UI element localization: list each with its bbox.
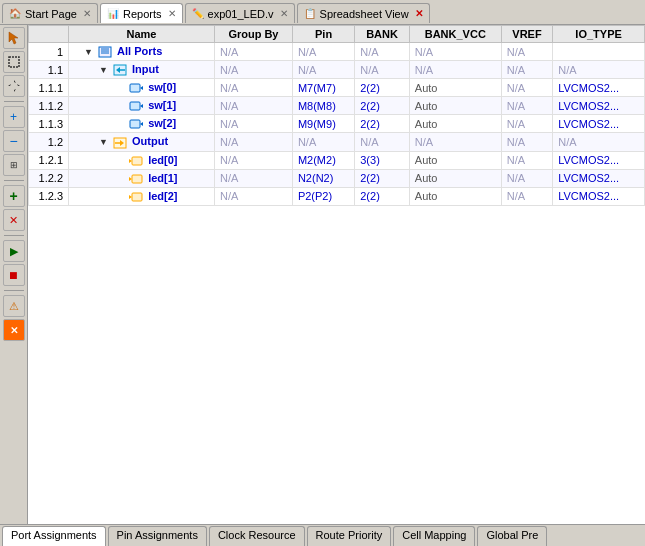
expand-icon[interactable]: ▼	[84, 47, 93, 57]
add-button[interactable]: +	[3, 185, 25, 207]
vref-cell: N/A	[501, 43, 552, 61]
col-header-iotype[interactable]: IO_TYPE	[553, 26, 645, 43]
divider3	[4, 235, 24, 236]
col-header-name[interactable]: Name	[69, 26, 215, 43]
name-cell[interactable]: sw[0]	[69, 79, 215, 97]
tab-spreadsheet-label: Spreadsheet View	[320, 8, 409, 20]
svg-rect-15	[130, 102, 140, 110]
port-name: sw[1]	[148, 99, 176, 111]
spreadsheet-table-container[interactable]: Name Group By Pin BANK BANK_VCC VREF IO_…	[28, 25, 645, 524]
bank-cell: 2(2)	[355, 79, 410, 97]
pin-cell: N/A	[292, 133, 354, 151]
bank-vcc-cell: Auto	[409, 115, 501, 133]
expand-icon[interactable]: ▼	[99, 65, 108, 75]
name-cell[interactable]: ▼ Output	[69, 133, 215, 151]
name-cell[interactable]: sw[1]	[69, 97, 215, 115]
tab-pin-assignments[interactable]: Pin Assignments	[108, 526, 207, 546]
name-cell[interactable]: led[2]	[69, 187, 215, 205]
col-header-bank-vcc[interactable]: BANK_VCC	[409, 26, 501, 43]
table-row[interactable]: 1 ▼ All Ports N/A N/A N/A N/A N/A	[29, 43, 645, 61]
tab-reports-close[interactable]: ✕	[168, 8, 176, 19]
table-row[interactable]: 1.1 ▼ Input N/A N/A N/A N/A N/A N/A	[29, 61, 645, 79]
bank-vcc-cell: N/A	[409, 43, 501, 61]
tab-route-priority[interactable]: Route Priority	[307, 526, 392, 546]
table-row[interactable]: 1.1.2 sw[1] N/A M8(M8) 2(2) Auto N/A LVC…	[29, 97, 645, 115]
port-name: led[0]	[148, 154, 177, 166]
groupby-cell: N/A	[214, 151, 292, 169]
col-header-groupby[interactable]: Group By	[214, 26, 292, 43]
stop-button[interactable]: ⏹	[3, 264, 25, 286]
vref-cell: N/A	[501, 169, 552, 187]
row-number: 1.1.2	[29, 97, 69, 115]
name-cell[interactable]: ▼ Input	[69, 61, 215, 79]
table-row[interactable]: 1.2.3 led[2] N/A P2(P2) 2(2) Auto N/A LV…	[29, 187, 645, 205]
iotype-cell	[553, 43, 645, 61]
name-cell[interactable]: led[0]	[69, 151, 215, 169]
zoom-in-button[interactable]: +	[3, 106, 25, 128]
spreadsheet-icon: 📋	[304, 8, 316, 19]
reports-icon: 📊	[107, 8, 119, 19]
row-number: 1	[29, 43, 69, 61]
svg-marker-2	[14, 80, 16, 85]
tab-global-pre[interactable]: Global Pre	[477, 526, 547, 546]
tab-exp01-led-close[interactable]: ✕	[280, 8, 288, 19]
vref-cell: N/A	[501, 151, 552, 169]
tab-start-page-close[interactable]: ✕	[83, 8, 91, 19]
vref-cell: N/A	[501, 97, 552, 115]
groupby-cell: N/A	[214, 115, 292, 133]
bank-cell: N/A	[355, 61, 410, 79]
tab-exp01-led-label: exp01_LED.v	[208, 8, 274, 20]
tab-clock-resource[interactable]: Clock Resource	[209, 526, 305, 546]
table-row[interactable]: 1.2.2 led[1] N/A N2(N2) 2(2) Auto N/A LV…	[29, 169, 645, 187]
iotype-cell: LVCMOS2...	[553, 151, 645, 169]
select-button[interactable]	[3, 51, 25, 73]
tab-clock-resource-label: Clock Resource	[218, 529, 296, 541]
name-cell[interactable]: sw[2]	[69, 115, 215, 133]
tab-spreadsheet-close[interactable]: ✕	[415, 8, 423, 19]
run-button[interactable]: ▶	[3, 240, 25, 262]
name-cell[interactable]: ▼ All Ports	[69, 43, 215, 61]
pin-cell: M8(M8)	[292, 97, 354, 115]
tab-exp01-led[interactable]: ✏️ exp01_LED.v ✕	[185, 3, 295, 23]
svg-marker-0	[9, 32, 18, 44]
table-row[interactable]: 1.1.3 sw[2] N/A M9(M9) 2(2) Auto N/A LVC…	[29, 115, 645, 133]
tab-cell-mapping[interactable]: Cell Mapping	[393, 526, 475, 546]
groupby-cell: N/A	[214, 61, 292, 79]
tab-spreadsheet[interactable]: 📋 Spreadsheet View ✕	[297, 3, 430, 23]
error-button[interactable]: ✕	[3, 319, 25, 341]
zoom-out-button[interactable]: −	[3, 130, 25, 152]
pin-cell: M9(M9)	[292, 115, 354, 133]
col-header-bank[interactable]: BANK	[355, 26, 410, 43]
svg-marker-3	[14, 87, 16, 92]
port-name: sw[0]	[148, 81, 176, 93]
delete-button[interactable]: ✕	[3, 209, 25, 231]
groupby-cell: N/A	[214, 169, 292, 187]
expand-icon[interactable]: ▼	[99, 137, 108, 147]
vref-cell: N/A	[501, 115, 552, 133]
pin-cell: M7(M7)	[292, 79, 354, 97]
bank-cell: 3(3)	[355, 151, 410, 169]
warn-button[interactable]: ⚠	[3, 295, 25, 317]
cursor-button[interactable]	[3, 27, 25, 49]
port-name: Output	[132, 135, 168, 147]
fit-button[interactable]: ⊞	[3, 154, 25, 176]
table-row[interactable]: 1.2.1 led[0] N/A M2(M2) 3(3) Auto N/A LV…	[29, 151, 645, 169]
start-page-icon: 🏠	[9, 8, 21, 19]
svg-rect-17	[130, 120, 140, 128]
move-button[interactable]	[3, 75, 25, 97]
bank-vcc-cell: Auto	[409, 79, 501, 97]
table-row[interactable]: 1.1.1 sw[0] N/A M7(M7) 2(2) Auto N/A LVC…	[29, 79, 645, 97]
tab-start-page[interactable]: 🏠 Start Page ✕	[2, 3, 98, 23]
tab-reports[interactable]: 📊 Reports ✕	[100, 3, 183, 23]
name-cell[interactable]: led[1]	[69, 169, 215, 187]
table-row[interactable]: 1.2 ▼ Output N/A N/A N/A N/A N/A N/A	[29, 133, 645, 151]
col-header-pin[interactable]: Pin	[292, 26, 354, 43]
pin-cell: M2(M2)	[292, 151, 354, 169]
svg-marker-4	[8, 84, 13, 86]
divider2	[4, 180, 24, 181]
svg-rect-1	[9, 57, 19, 67]
col-header-vref[interactable]: VREF	[501, 26, 552, 43]
tab-port-assignments[interactable]: Port Assignments	[2, 526, 106, 546]
iotype-cell: LVCMOS2...	[553, 79, 645, 97]
port-name: sw[2]	[148, 117, 176, 129]
